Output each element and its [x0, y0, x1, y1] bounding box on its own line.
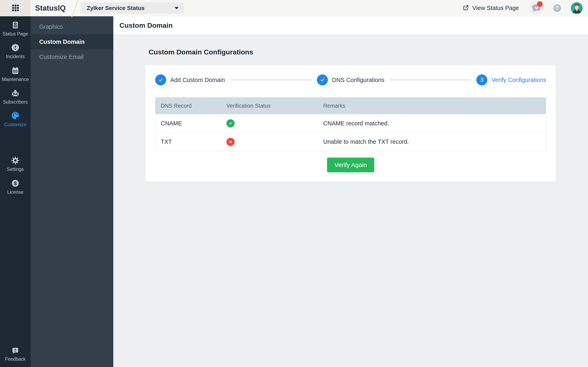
apps-launcher-button[interactable]	[0, 0, 31, 16]
customize-submenu: Graphics Custom Domain Customize Email	[31, 16, 113, 367]
view-status-page-button[interactable]: View Status Page	[463, 4, 519, 12]
help-icon: ?	[555, 5, 559, 11]
step-label: Verify Configurations	[492, 77, 546, 83]
submenu-item-custom-domain[interactable]: Custom Domain	[31, 34, 113, 49]
configuration-stepper: Add Custom Domain DNS Configurations 3 V…	[155, 75, 546, 85]
page-title: Custom Domain	[120, 21, 173, 29]
sidebar-item-settings[interactable]: Settings	[0, 156, 31, 172]
dns-verification-table: DNS Record Verification Status Remarks C…	[155, 97, 546, 151]
dns-record-cell: TXT	[155, 138, 221, 145]
product-logo: StatusIQ	[35, 4, 66, 12]
sidebar-item-maintenance[interactable]: Maintenance	[0, 66, 31, 82]
table-row-txt: TXT Unable to match the TXT record.	[155, 133, 546, 151]
sidebar-item-label: License	[7, 190, 23, 195]
sidebar-item-label: Maintenance	[2, 77, 29, 82]
customize-palette-icon	[11, 111, 20, 120]
verification-status-cell	[221, 119, 318, 127]
view-status-page-label: View Status Page	[472, 5, 519, 11]
dns-record-cell: CNAME	[155, 120, 221, 127]
chevron-down-icon	[174, 7, 179, 9]
help-button[interactable]: ?	[553, 4, 561, 12]
step-label: Add Custom Domain	[170, 77, 225, 83]
notification-badge	[537, 1, 543, 7]
sidebar-item-label: Status Page	[2, 31, 28, 36]
table-header-row: DNS Record Verification Status Remarks	[155, 98, 546, 114]
column-header-remarks: Remarks	[318, 103, 546, 109]
step-dns-configurations[interactable]: DNS Configurations	[317, 75, 384, 85]
content-area: Custom Domain Configurations Add Custom …	[113, 35, 588, 182]
sidebar-item-label: Feedback	[5, 357, 26, 362]
remarks-cell: Unable to match the TXT record.	[318, 138, 546, 145]
sidebar-item-label: Subscribers	[3, 100, 27, 105]
status-page-selector-value: Zylker Service Status	[87, 5, 145, 11]
external-link-icon	[463, 4, 469, 12]
sidebar-item-label: Customize	[4, 122, 26, 127]
page-header: Custom Domain	[113, 16, 588, 35]
user-avatar[interactable]	[571, 2, 583, 14]
verify-again-button[interactable]: Verify Again	[327, 158, 374, 172]
step-check-icon	[317, 75, 328, 85]
feedback-icon	[11, 346, 19, 355]
license-dollar-icon: $	[11, 179, 20, 188]
step-add-custom-domain[interactable]: Add Custom Domain	[155, 75, 225, 85]
apps-grid-icon	[11, 4, 19, 13]
topbar-actions: View Status Page ?	[463, 1, 588, 16]
main-content: Custom Domain Custom Domain Configuratio…	[113, 16, 588, 367]
sidebar-item-customize[interactable]: Customize	[0, 111, 31, 127]
step-verify-configurations[interactable]: 3 Verify Configurations	[476, 75, 546, 85]
table-row-cname: CNAME CNAME record matched.	[155, 114, 546, 133]
maintenance-icon	[11, 66, 20, 75]
custom-domain-card: Add Custom Domain DNS Configurations 3 V…	[145, 65, 556, 182]
step-label: DNS Configurations	[332, 77, 384, 83]
section-title: Custom Domain Configurations	[149, 48, 588, 56]
error-cross-icon	[226, 138, 234, 146]
primary-sidebar: Status Page Incidents Maint	[0, 16, 31, 367]
incidents-icon	[11, 43, 20, 52]
svg-text:$: $	[14, 181, 17, 186]
sidebar-item-status-page[interactable]: Status Page	[0, 20, 31, 36]
verification-status-cell	[221, 138, 318, 146]
brand-divider	[71, 0, 79, 17]
remarks-cell: CNAME record matched.	[318, 120, 546, 127]
sidebar-item-label: Settings	[7, 167, 24, 172]
sidebar-item-incidents[interactable]: Incidents	[0, 43, 31, 59]
success-check-icon	[226, 119, 234, 127]
step-connector	[390, 80, 471, 80]
step-connector	[230, 80, 312, 80]
step-check-icon	[155, 75, 166, 85]
column-header-dns-record: DNS Record	[155, 103, 221, 109]
sidebar-item-feedback[interactable]: Feedback	[0, 346, 31, 362]
status-page-selector[interactable]: Zylker Service Status	[81, 2, 184, 14]
submenu-item-customize-email[interactable]: Customize Email	[31, 49, 113, 64]
sidebar-item-label: Incidents	[6, 54, 25, 59]
column-header-verification-status: Verification Status	[221, 103, 318, 109]
topbar: StatusIQ Zylker Service Status View Stat…	[0, 0, 588, 16]
settings-gear-icon	[11, 156, 20, 165]
submenu-item-graphics[interactable]: Graphics	[31, 19, 113, 34]
status-page-icon	[11, 20, 20, 29]
sidebar-item-license[interactable]: $ License	[0, 179, 31, 195]
sidebar-item-subscribers[interactable]: Subscribers	[0, 89, 31, 105]
notifications-button[interactable]	[529, 1, 544, 16]
step-number: 3	[476, 75, 487, 85]
subscribers-icon	[11, 89, 20, 98]
